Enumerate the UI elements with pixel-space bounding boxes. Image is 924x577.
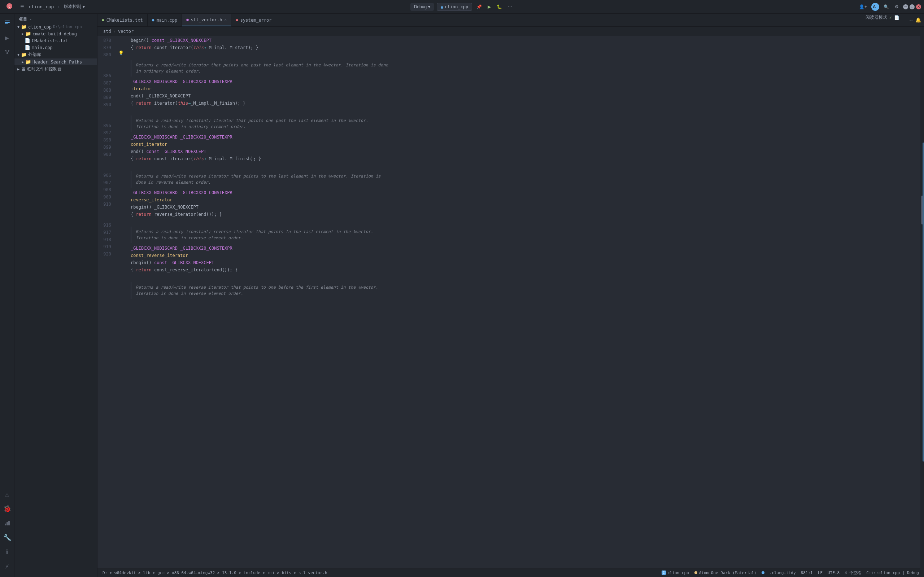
tab-cmakelists[interactable]: ◼ CMakeLists.txt	[97, 14, 148, 26]
ln-879: 879	[97, 44, 114, 51]
code-area[interactable]: begin() const _GLIBCXX_NOEXCEPT { return…	[125, 36, 921, 568]
code-line-918: rbegin() const _GLIBCXX_NOEXCEPT	[125, 259, 921, 266]
cpp-icon: 📄	[24, 45, 30, 50]
status-line-ending[interactable]: LF	[816, 571, 825, 575]
ln-880: 880	[97, 51, 114, 58]
project-dropdown[interactable]: ▾	[30, 17, 32, 22]
activity-extensions[interactable]: ⚡	[1, 560, 14, 573]
avatar[interactable]: A	[871, 3, 879, 11]
status-position[interactable]: 881:1	[799, 571, 815, 575]
tab-label-stl: stl_vector.h	[191, 17, 223, 23]
vcs-button[interactable]: 版本控制 ▾	[63, 2, 86, 11]
reader-mode-check: ✓	[889, 15, 892, 20]
ln-888: 888	[97, 87, 114, 94]
debug-run-button[interactable]: 🐛	[495, 3, 503, 11]
activity-explorer[interactable]	[1, 16, 14, 30]
run-button[interactable]: ▶	[486, 3, 492, 11]
settings-button[interactable]: ⚙	[893, 3, 900, 11]
svg-rect-11	[6, 522, 8, 525]
tree-item-root[interactable]: ▼ 📁 clion_cpp D:\clion_cpp	[15, 23, 97, 30]
search-button[interactable]: 🔍	[882, 3, 890, 11]
expand-arrow-cmake: ▶	[22, 32, 24, 36]
activity-run[interactable]: ▶	[1, 31, 14, 44]
doc-comment-5: Returns a read/write reverse iterator th…	[131, 282, 914, 299]
code-line-886: _GLIBCXX_NODISCARD _GLIBCXX20_CONSTEXPR	[125, 78, 921, 85]
status-enc-label: UTF-8	[827, 571, 840, 575]
breadcrumb-sep1: ›	[113, 29, 116, 34]
breadcrumb-std[interactable]: std	[103, 29, 111, 34]
activity-info[interactable]: ℹ	[1, 545, 14, 558]
tab-main[interactable]: ● main.cpp	[148, 14, 182, 26]
header-folder-icon: 📁	[25, 59, 31, 64]
err-tab-icon: ◼	[236, 18, 238, 23]
collab-button[interactable]: 👤+	[858, 3, 868, 11]
right-scrollbar[interactable]	[921, 36, 924, 568]
ln-899: 899	[97, 143, 114, 151]
status-path[interactable]: D: > w64devkit > lib > gcc > x86_64-w64-…	[100, 571, 329, 575]
tab-label-main: main.cpp	[156, 18, 177, 23]
ln-909: 909	[97, 193, 114, 201]
tree-label-cmake-build: cmake-build-debug	[32, 31, 77, 37]
tab-system-error[interactable]: ◼ system_error	[231, 14, 276, 26]
status-indent[interactable]: 4 个空格	[842, 570, 863, 575]
code-line-890	[125, 107, 921, 114]
code-line-889: { return iterator(this→_M_impl._M_finish…	[125, 100, 921, 107]
more-options[interactable]: ⋯	[506, 3, 514, 11]
status-encoding[interactable]: UTF-8	[826, 571, 842, 575]
status-profile[interactable]: C clion_cpp	[660, 571, 691, 575]
activity-warnings[interactable]: ⚠	[1, 487, 14, 501]
activity-tests[interactable]	[1, 516, 14, 529]
activity-tools[interactable]: 🔧	[1, 531, 14, 544]
svg-rect-4	[5, 23, 8, 24]
tree-item-cmake-build[interactable]: ▶ 📁 cmake-build-debug	[15, 30, 97, 37]
status-lang-label: C++::clion_cpp | Debug	[866, 571, 919, 575]
bulb-icon[interactable]: 💡	[118, 50, 124, 56]
ln-doc5-spacer	[97, 258, 114, 271]
tab-bar: ◼ CMakeLists.txt ● main.cpp ● stl_vector…	[97, 14, 924, 27]
tree-label-root: clion_cpp	[28, 24, 52, 30]
tree-item-header-search[interactable]: ▶ 📁 Header Search Paths	[15, 58, 97, 65]
status-linting[interactable]: .clang-tidy	[768, 571, 798, 575]
debug-dropdown[interactable]: Debug ▾	[410, 3, 434, 11]
h-tab-icon: ●	[186, 17, 189, 22]
editor-content: 878 879 880 886 887 888 889 890 896 897 …	[97, 36, 924, 568]
tree-label-main: main.cpp	[32, 45, 53, 50]
svg-rect-10	[5, 524, 6, 525]
svg-point-7	[6, 53, 8, 54]
activity-debug[interactable]: 🐞	[1, 502, 14, 515]
code-line-906: _GLIBCXX_NODISCARD _GLIBCXX20_CONSTEXPR	[125, 189, 921, 196]
tab-more-options[interactable]: ⋯ 🔔	[907, 14, 924, 26]
ln-918: 918	[97, 236, 114, 243]
status-indent-label: 4 个空格	[845, 570, 861, 575]
hamburger-menu[interactable]: ☰	[19, 3, 26, 11]
status-dot-indicator[interactable]	[760, 571, 767, 574]
tree-label-temp: 临时文件和控制台	[27, 66, 62, 72]
status-theme[interactable]: Atom One Dark (Material)	[692, 571, 759, 575]
project-name: clion_cpp	[29, 4, 54, 10]
breadcrumb-vector[interactable]: vector	[118, 29, 134, 34]
maximize-button[interactable]: □	[909, 4, 914, 10]
tree-item-external-libs[interactable]: ▼ 📁 外部库	[15, 51, 97, 58]
ln-917: 917	[97, 229, 114, 236]
status-language[interactable]: C++::clion_cpp | Debug	[864, 571, 921, 575]
ln-910: 910	[97, 201, 114, 208]
status-profile-label: clion_cpp	[668, 571, 689, 575]
svg-rect-2	[5, 21, 10, 21]
tree-item-temp[interactable]: ▶ 🖥 临时文件和控制台	[15, 65, 97, 73]
code-line-880	[125, 51, 921, 58]
pin-button[interactable]: 📌	[475, 3, 483, 11]
tree-item-main[interactable]: 📄 main.cpp	[15, 44, 97, 51]
expand-arrow-hsp: ▶	[22, 60, 24, 64]
activity-git[interactable]	[1, 45, 14, 58]
code-line-898: end() const _GLIBCXX_NOEXCEPT	[125, 148, 921, 155]
close-button[interactable]: ✕	[916, 4, 921, 10]
svg-rect-3	[5, 22, 10, 23]
code-line-916: _GLIBCXX_NODISCARD _GLIBCXX20_CONSTEXPR	[125, 245, 921, 252]
tree-item-cmakelists[interactable]: 📄 CMakeLists.txt	[15, 37, 97, 44]
folder-icon-cmake: 📁	[25, 31, 31, 37]
svg-rect-12	[8, 521, 10, 525]
tab-close-stl[interactable]: ✕	[224, 17, 227, 22]
minimize-button[interactable]: ─	[903, 4, 908, 10]
reader-mode-icon: 📄	[894, 15, 900, 20]
tab-stl-vector[interactable]: ● stl_vector.h ✕	[182, 14, 231, 26]
